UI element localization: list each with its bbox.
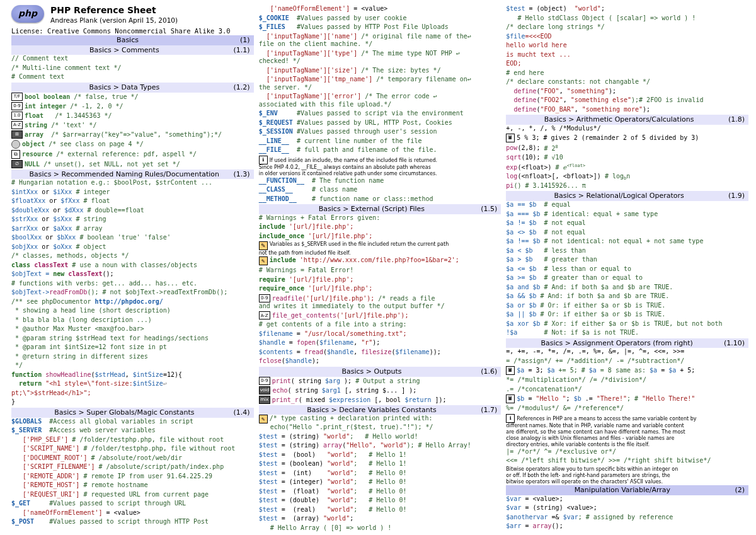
code-line: $a and $b # And: if both $a and $b are T… [506, 284, 748, 292]
section-number: (1.6) [481, 367, 497, 376]
title-block: php PHP Reference Sheet Andreas Plank (v… [11, 5, 254, 25]
code-line: hello world here [506, 42, 748, 50]
code-line: EOD; [506, 60, 748, 68]
code-line: =, +=, -=, *=, /=, .=, %=, &=, |=, ^=, <… [506, 348, 748, 356]
code-line: $test = (string) "world"; # Hello world! [259, 433, 501, 441]
code-line: T/Fbool boolean /* false, true */ [11, 93, 254, 101]
section-title: Basics > Data Types [15, 83, 234, 92]
code-line: $var = (string) <value>; [506, 504, 748, 512]
code-line: __FUNCTION__ # The function name [259, 177, 501, 185]
code-line: * showing a head line (short description… [11, 307, 254, 315]
code-line: .= /*concatenation*/ [506, 386, 748, 394]
code-line: $a > $b # greater than [506, 256, 748, 264]
code-line: $doubleXxx or $dXxx # double==float [11, 207, 254, 215]
column-2: ['nameOfFormElement'] = <value> $_COOKIE… [259, 5, 501, 533]
code-line: __FILE__ # full path and filename of the… [259, 146, 501, 154]
code-line: $_SESSION #Values passed through user's … [259, 128, 501, 136]
code-line: $_REQUEST #Values passed by URL, HTTP Po… [259, 119, 501, 127]
code-line: } [11, 398, 254, 406]
section-comments: Basics > Comments (1.1) [11, 45, 254, 55]
code-line: define("FOO2", "something else");# 2FOO … [506, 96, 748, 105]
code-line: /* classes, methods, objects */ [11, 252, 254, 260]
section-number: (1.2) [234, 83, 250, 92]
code-line: object /* see class on page 4 */ [11, 140, 254, 149]
section-title: Basics > Relational/Logical Operators [510, 192, 728, 200]
code-line: require '[url/]file.php'; [259, 276, 501, 284]
code-line: A-Zfile_get_contents('[url/]file.php'); [259, 311, 501, 319]
section-number: (1.8) [728, 115, 745, 124]
code-line: 0-9print( string $arg ); # Output a stri… [259, 377, 501, 385]
code-line: * bla bla bla (long description ...) [11, 316, 254, 325]
code-line: ['nameOfFormElement'] = <value> [11, 509, 254, 517]
code-line: $a or $b # Or: if either $a or $b is TRU… [506, 302, 748, 310]
code-line: $objXxx or $oXxx # object [11, 243, 254, 251]
section-number: (1.1) [234, 46, 250, 55]
calculator-icon: 🖩 [506, 134, 515, 142]
code-line: # Hungarian notation e.g.: $boolPost, $s… [11, 179, 254, 187]
code-line: ⧉resource /* external reference: pdf, as… [11, 150, 254, 159]
code-line: $test = (array) "world"; [259, 515, 501, 523]
code-line: require_once '[url/]file.php'; [259, 285, 501, 293]
section-number: (1.4) [234, 408, 250, 417]
code-line: ['PHP_SELF'] # /folder/testphp.php, file… [11, 436, 254, 444]
string-badge-icon: A-Z [11, 121, 23, 129]
code-line: include '[url/]file.php'; [259, 223, 501, 231]
code-line: $a <> $b # not equal [506, 229, 748, 237]
license-line: License: Creative Commons Noncommercial … [11, 27, 254, 35]
code-line: +, -, *, /, % /*Modulus*/ [506, 125, 748, 133]
code-line: * @param int $intSize=12 font size in pt [11, 343, 254, 352]
int-badge-icon: 0-9 [11, 102, 23, 110]
calculator-icon: 🖩 [506, 394, 515, 403]
code-line: <<= /*left shift bitwise*/ >>= /*right s… [506, 457, 748, 465]
code-line: !$a # Not: if $a is not TRUE. [506, 329, 748, 337]
code-line: /** see phpDocumentor http://phpdoc.org/ [11, 298, 254, 306]
code-line: $a === $b # identical: equal + same type [506, 210, 748, 219]
author-line: Andreas Plank (version April 15, 2010) [50, 16, 178, 25]
code-line: /* declare constants: not changable */ [506, 78, 748, 86]
code-line: |= /*or*/ ^= /*exclusive or*/ [506, 448, 748, 456]
note-block: ✎Variables as $_SERVER used in the file … [259, 241, 501, 256]
code-line: 🖩5 % 3; # gives 2 (remainder 2 of 5 divi… [506, 134, 748, 142]
section-title: Basics > Super Globals/Magic Constants [15, 408, 234, 417]
code-line: $boolXxx or $bXxx # boolean 'true' 'fals… [11, 234, 254, 242]
code-line: $var = <value>; [506, 495, 748, 503]
pencil-icon: ✎ [259, 415, 268, 423]
code-line: # Warnings = Fatal Error! [259, 267, 501, 275]
section-outputs: Basics > Outputs (1.6) [259, 367, 501, 377]
code-line: $_POST #Values passed to script through … [11, 518, 254, 526]
float-badge-icon: 1.0 [11, 112, 23, 120]
code-line: $_COOKIE #Values passed by user cookie [259, 14, 501, 23]
code-line: * @author Max Muster <max@foo.bar> [11, 325, 254, 333]
code-line: ['DOCUMENT_ROOT'] # /absolute/root/web/d… [11, 454, 254, 463]
code-line: 🖩$a = 3; $a += 5; # $a = 8 same as: $a =… [506, 366, 748, 375]
code-line: $_GET #Values passed to script through U… [11, 500, 254, 508]
code-line: $file=<<<EOD [506, 33, 748, 41]
code-line: $objText = new classText(); [11, 270, 254, 279]
section-title: Basics > Outputs [263, 367, 481, 376]
code-line: $test = (bool) "world"; # Hello 1! [259, 451, 501, 459]
code-line: __METHOD__ # function name or class::met… [259, 195, 501, 204]
code-line: 0-9int integer /* -1, 2, 0 */ [11, 102, 254, 110]
code-line: define("FOO_BAR", "something more"); [506, 106, 748, 114]
code-line: sqrt(10); # √10 [506, 154, 748, 162]
code-line: # Hello stdClass Object ( [scalar] => wo… [506, 14, 748, 23]
pencil-icon: ✎ [259, 256, 268, 265]
page: php PHP Reference Sheet Andreas Plank (v… [0, 0, 756, 535]
code-line: function showHeadline($strHead, $intSize… [11, 371, 254, 379]
int-badge-icon: 0-9 [259, 294, 270, 302]
code-line: 0-9readfile('[url/]file.php'); /* reads … [259, 294, 501, 311]
section-datatypes: Basics > Data Types (1.2) [11, 83, 254, 93]
resource-badge-icon: ⧉ [11, 150, 20, 159]
code-line: define("FOO", "something"); [506, 88, 748, 96]
code-line: $floatXxx or $fXxx # float [11, 197, 254, 205]
section-number: (1) [240, 36, 250, 45]
code-line: $a !== $b # not identical: not equal + n… [506, 238, 748, 246]
code-line: $arr = array(); [506, 522, 748, 531]
section-number: (1.3) [234, 170, 250, 179]
code-line: 🖩$b = "Hello "; $b .= "There!"; # "Hello… [506, 394, 748, 403]
code-line: fclose($handle); [259, 357, 501, 365]
code-line: ['inputTagName']['type'] /* The mime typ… [259, 50, 501, 66]
section-superglobals: Basics > Super Globals/Magic Constants (… [11, 408, 254, 418]
code-line: $arrXxx or $aXxx # array [11, 225, 254, 233]
code-line: $handle = fopen($filename, "r"); [259, 339, 501, 347]
